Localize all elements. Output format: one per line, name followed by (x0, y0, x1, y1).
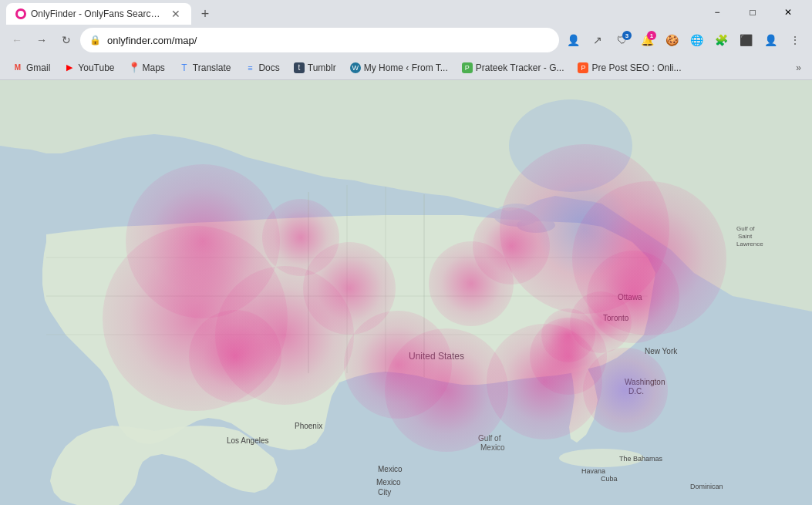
bookmark-docs[interactable]: ≡ Docs (238, 60, 285, 76)
notification-badge: 1 (647, 31, 656, 40)
maximize-button[interactable]: □ (735, 0, 770, 25)
bookmark-youtube[interactable]: ▶ YouTube (58, 60, 120, 76)
svg-point-4 (564, 209, 592, 221)
active-tab[interactable]: OnlyFinder - OnlyFans Search Eng... ✕ (6, 3, 191, 25)
tab-close-button[interactable]: ✕ (170, 6, 182, 22)
bookmark-tumblr-label: Tumblr (308, 62, 336, 73)
tumblr-icon: t (294, 62, 305, 73)
svg-text:Gulf of: Gulf of (736, 225, 755, 232)
docs-icon: ≡ (244, 62, 255, 73)
cookie-icon[interactable]: 🍪 (661, 29, 682, 51)
vpn-badge: 3 (622, 31, 632, 40)
svg-text:New York: New York (645, 347, 678, 355)
svg-text:Gulf of: Gulf of (478, 434, 501, 443)
svg-text:Los Angeles: Los Angeles (227, 436, 269, 445)
notification-icon[interactable]: 🔔 1 (636, 29, 658, 51)
toolbar-icons: 👤 ↗ 🛡 3 🔔 1 🍪 🌐 🧩 ⬛ 👤 ⋮ (562, 29, 806, 51)
bookmark-youtube-label: YouTube (78, 62, 114, 73)
toolbar: ← → ↻ 🔒 onlyfinder.com/map/ 👤 ↗ 🛡 3 🔔 1 … (0, 25, 812, 56)
svg-text:Mexico: Mexico (378, 465, 403, 473)
bookmarks-more-button[interactable]: » (791, 60, 806, 76)
titlebar: OnlyFinder - OnlyFans Search Eng... ✕ + … (0, 0, 812, 25)
youtube-icon: ▶ (64, 62, 75, 73)
minimize-button[interactable]: − (699, 0, 735, 25)
vpn-icon[interactable]: 🛡 3 (612, 29, 633, 51)
map-container[interactable]: Ottawa Toronto New York Washington D.C. … (0, 80, 812, 505)
svg-text:Phoenix: Phoenix (295, 422, 322, 430)
bookmark-wordpress[interactable]: W My Home ‹ From T... (344, 60, 454, 76)
svg-text:United States: United States (409, 351, 464, 362)
gmail-icon: M (12, 62, 23, 73)
bookmark-prepost-label: Pre Post SEO : Onli... (591, 62, 681, 73)
svg-text:City: City (378, 488, 391, 497)
svg-text:Mexico: Mexico (376, 478, 401, 486)
window-controls: − □ ✕ (699, 0, 806, 25)
bookmarks-bar: M Gmail ▶ YouTube 📍 Maps T Translate ≡ D… (0, 56, 812, 80)
forward-button[interactable]: → (31, 29, 52, 51)
bookmark-gmail[interactable]: M Gmail (6, 60, 56, 76)
wordpress-icon: W (350, 62, 361, 73)
translate-icon: T (179, 62, 190, 73)
bookmark-maps[interactable]: 📍 Maps (123, 60, 171, 76)
bookmark-prateek[interactable]: P Prateek Tracker - G... (456, 60, 571, 76)
svg-text:Dominican: Dominican (690, 483, 723, 490)
map-svg: Ottawa Toronto New York Washington D.C. … (0, 80, 812, 505)
bookmark-wordpress-label: My Home ‹ From T... (364, 62, 448, 73)
svg-text:Washington: Washington (625, 378, 665, 386)
bookmark-prateek-label: Prateek Tracker - G... (476, 62, 564, 73)
svg-text:Saint: Saint (738, 233, 753, 240)
extensions-icon[interactable]: 🧩 (710, 29, 732, 51)
share-icon[interactable]: ↗ (587, 29, 608, 51)
prepost-icon: P (578, 62, 588, 73)
bookmark-tumblr[interactable]: t Tumblr (288, 60, 342, 76)
svg-text:Cuba: Cuba (601, 475, 618, 483)
tab-favicon (15, 8, 26, 19)
tab-title: OnlyFinder - OnlyFans Search Eng... (31, 8, 165, 19)
tab-bar: OnlyFinder - OnlyFans Search Eng... ✕ + (6, 0, 699, 25)
reload-button[interactable]: ↻ (56, 29, 77, 51)
maps-icon: 📍 (129, 62, 140, 73)
bookmark-gmail-label: Gmail (26, 62, 50, 73)
bookmark-translate-label: Translate (193, 62, 231, 73)
sidebar-icon[interactable]: ⬛ (735, 29, 756, 51)
svg-text:Mexico: Mexico (480, 443, 505, 452)
svg-text:Ottawa: Ottawa (618, 293, 642, 301)
profile2-icon[interactable]: 👤 (760, 29, 781, 51)
new-tab-button[interactable]: + (194, 3, 216, 25)
svg-text:D.C.: D.C. (628, 387, 644, 396)
bookmark-maps-label: Maps (143, 62, 165, 73)
svg-point-3 (517, 217, 555, 233)
profile-icon[interactable]: 👤 (562, 29, 584, 51)
svg-text:Havana: Havana (581, 467, 605, 475)
svg-point-6 (509, 99, 632, 192)
bookmark-prepost[interactable]: P Pre Post SEO : Onli... (571, 60, 687, 76)
address-bar[interactable]: 🔒 onlyfinder.com/map/ (80, 28, 559, 52)
browser-icon[interactable]: 🌐 (686, 29, 707, 51)
menu-icon[interactable]: ⋮ (784, 29, 806, 51)
close-button[interactable]: ✕ (770, 0, 806, 25)
svg-text:Lawrence: Lawrence (736, 241, 763, 247)
lock-icon: 🔒 (89, 35, 101, 45)
prateek-icon: P (462, 62, 473, 73)
bookmark-translate[interactable]: T Translate (173, 60, 238, 76)
address-text: onlyfinder.com/map/ (107, 35, 550, 46)
bookmark-docs-label: Docs (258, 62, 279, 73)
svg-text:The Bahamas: The Bahamas (619, 455, 663, 463)
back-button[interactable]: ← (6, 29, 28, 51)
svg-point-5 (581, 201, 599, 210)
svg-text:Toronto: Toronto (603, 314, 629, 322)
